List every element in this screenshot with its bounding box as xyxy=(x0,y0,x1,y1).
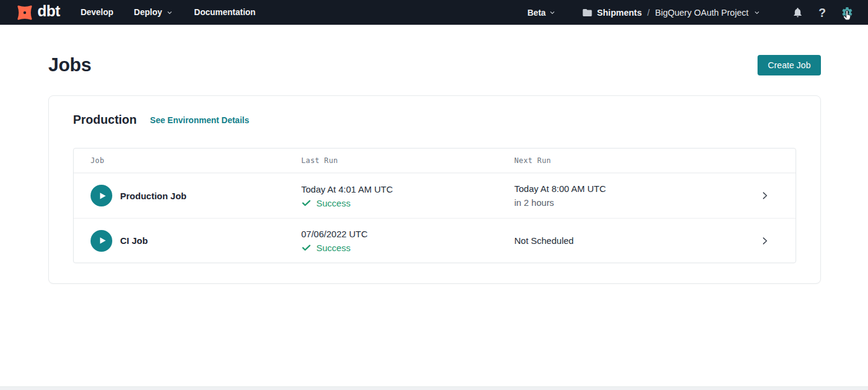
question-mark-icon: ? xyxy=(819,7,826,19)
jobs-table: Job Last Run Next Run Production Job Tod… xyxy=(73,148,796,263)
jobs-page: Jobs Create Job Production See Environme… xyxy=(0,25,868,284)
table-header-row: Job Last Run Next Run xyxy=(74,149,796,173)
dbt-logo[interactable]: dbt xyxy=(14,2,60,23)
play-icon xyxy=(98,236,107,245)
table-row-ci-job[interactable]: CI Job 07/06/2022 UTC Success Not Schedu… xyxy=(74,218,796,263)
chevron-down-icon xyxy=(548,8,557,17)
navbar-right: Beta Shipments / BigQuery OAuth Project … xyxy=(528,5,855,21)
help-button[interactable]: ? xyxy=(814,5,830,21)
beta-dropdown[interactable]: Beta xyxy=(528,8,557,18)
job-name: CI Job xyxy=(120,235,148,246)
last-run-time: Today At 4:01 AM UTC xyxy=(301,184,514,196)
check-icon xyxy=(301,243,311,253)
page-bottom-strip xyxy=(0,386,868,390)
notifications-button[interactable] xyxy=(790,5,805,21)
chevron-right-icon xyxy=(759,190,770,201)
environment-title: Production xyxy=(73,113,137,127)
page-header: Jobs Create Job xyxy=(48,54,821,76)
dbt-logo-text: dbt xyxy=(37,4,60,21)
project-switcher[interactable]: Shipments / BigQuery OAuth Project xyxy=(582,7,761,18)
production-environment-card: Production See Environment Details Job L… xyxy=(48,95,821,284)
project-name: BigQuery OAuth Project xyxy=(655,8,748,18)
job-cell: CI Job xyxy=(74,230,301,252)
column-header-next-run: Next Run xyxy=(514,156,759,165)
gear-icon xyxy=(841,6,854,19)
last-run-status: Success xyxy=(301,198,514,208)
status-label: Success xyxy=(316,198,351,208)
job-cell: Production Job xyxy=(74,185,301,206)
nav-item-deploy[interactable]: Deploy xyxy=(134,0,174,25)
last-run-cell: Today At 4:01 AM UTC Success xyxy=(301,184,514,208)
create-job-button[interactable]: Create Job xyxy=(758,55,821,75)
top-navbar: dbt Develop Deploy Documentation Beta Sh… xyxy=(0,0,868,25)
last-run-status: Success xyxy=(301,243,514,253)
breadcrumb-separator: / xyxy=(646,8,651,18)
next-run-time: Today At 8:00 AM UTC xyxy=(514,183,759,195)
next-run-cell: Today At 8:00 AM UTC in 2 hours xyxy=(514,183,759,209)
environment-header: Production See Environment Details xyxy=(73,113,796,127)
beta-label: Beta xyxy=(528,8,546,18)
run-job-button[interactable] xyxy=(91,185,112,206)
run-job-button[interactable] xyxy=(91,230,112,252)
last-run-time: 07/06/2022 UTC xyxy=(301,228,514,240)
last-run-cell: 07/06/2022 UTC Success xyxy=(301,228,514,253)
table-row-production-job[interactable]: Production Job Today At 4:01 AM UTC Succ… xyxy=(74,173,796,218)
nav-item-deploy-label: Deploy xyxy=(134,0,162,25)
row-arrow[interactable] xyxy=(759,235,796,246)
column-header-job: Job xyxy=(74,156,301,165)
settings-button[interactable] xyxy=(839,5,855,21)
chevron-down-icon xyxy=(165,8,174,17)
next-run-relative: in 2 hours xyxy=(514,197,759,209)
next-run-cell: Not Scheduled xyxy=(514,235,759,247)
chevron-right-icon xyxy=(759,235,770,246)
chevron-down-icon xyxy=(753,8,761,17)
check-icon xyxy=(301,198,311,208)
play-icon xyxy=(98,191,107,200)
account-name: Shipments xyxy=(597,8,642,18)
folder-icon xyxy=(582,7,593,18)
page-title: Jobs xyxy=(48,54,91,76)
column-header-last-run: Last Run xyxy=(301,156,514,165)
bell-icon xyxy=(792,7,803,18)
next-run-time: Not Scheduled xyxy=(514,235,759,247)
nav-item-documentation[interactable]: Documentation xyxy=(194,0,256,25)
job-name: Production Job xyxy=(120,191,187,201)
nav-item-develop[interactable]: Develop xyxy=(80,0,113,25)
nav-item-documentation-label: Documentation xyxy=(194,0,256,25)
see-environment-details-link[interactable]: See Environment Details xyxy=(150,115,249,125)
status-label: Success xyxy=(316,243,351,253)
dbt-logo-icon xyxy=(14,2,35,23)
row-arrow[interactable] xyxy=(759,190,796,201)
nav-item-develop-label: Develop xyxy=(80,0,113,25)
main-nav: Develop Deploy Documentation xyxy=(80,0,255,25)
